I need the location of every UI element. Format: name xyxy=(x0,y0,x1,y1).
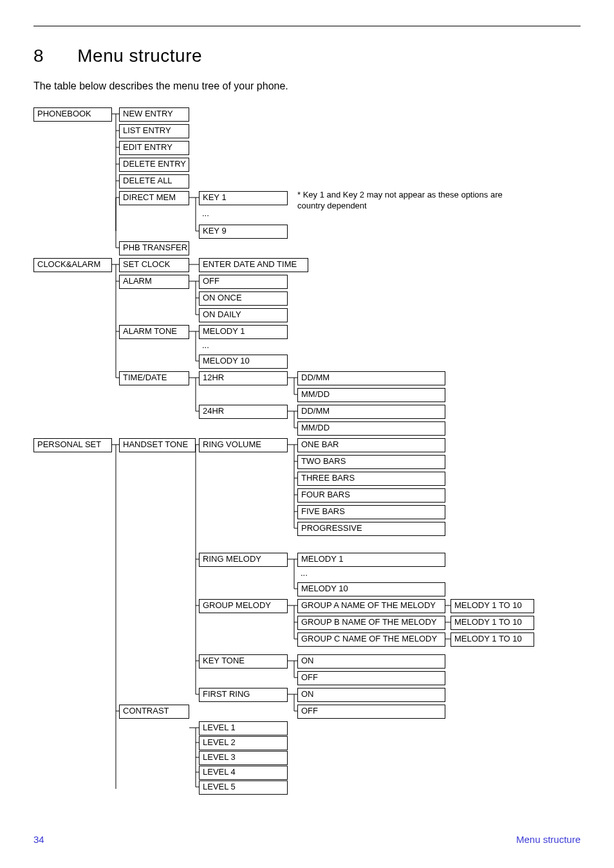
item-rm-melody10: MELODY 10 xyxy=(297,582,445,596)
item-delete-all: DELETE ALL xyxy=(119,174,189,189)
item-list-entry: LIST ENTRY xyxy=(119,124,189,138)
item-key-tone: KEY TONE xyxy=(199,654,288,669)
ellipsis: ... xyxy=(297,568,311,580)
menu-clockalarm: CLOCK&ALARM xyxy=(33,258,112,272)
item-24hr: 24HR xyxy=(199,405,288,419)
item-melody1: MELODY 1 xyxy=(199,325,288,339)
item-range-b: MELODY 1 TO 10 xyxy=(451,616,534,630)
item-new-entry: NEW ENTRY xyxy=(119,107,189,122)
footnote: * Key 1 and Key 2 may not appear as thes… xyxy=(297,189,516,212)
item-delete-entry: DELETE ENTRY xyxy=(119,158,189,172)
section-number: 8 xyxy=(33,46,72,66)
page-number: 34 xyxy=(33,834,44,845)
item-off: OFF xyxy=(199,275,288,289)
item-alarm-tone: ALARM TONE xyxy=(119,325,189,339)
item-level5: LEVEL 5 xyxy=(199,780,288,795)
asterisk-icon: * xyxy=(297,190,301,199)
item-phb-transfer: PHB TRANSFER xyxy=(119,241,189,255)
item-level2: LEVEL 2 xyxy=(199,736,288,750)
item-level1: LEVEL 1 xyxy=(199,721,288,735)
item-kt-on: ON xyxy=(297,654,445,669)
item-one-bar: ONE BAR xyxy=(297,438,445,452)
intro-text: The table below describes the menu tree … xyxy=(33,80,581,92)
item-enter-datetime: ENTER DATE AND TIME xyxy=(199,258,308,272)
item-mmdd-12: MM/DD xyxy=(297,388,445,402)
item-on-once: ON ONCE xyxy=(199,291,288,306)
item-fr-off: OFF xyxy=(297,705,445,719)
menu-personalset: PERSONAL SET xyxy=(33,438,112,452)
item-five-bars: FIVE BARS xyxy=(297,505,445,519)
item-key9: KEY 9 xyxy=(199,225,288,239)
item-alarm: ALARM xyxy=(119,275,189,289)
item-ddmm-24: DD/MM xyxy=(297,405,445,419)
item-melody10: MELODY 10 xyxy=(199,355,288,369)
section-title: Menu structure xyxy=(77,46,202,66)
item-mmdd-24: MM/DD xyxy=(297,421,445,436)
item-fr-on: ON xyxy=(297,688,445,702)
item-key1: KEY 1 xyxy=(199,191,288,205)
item-ddmm-12: DD/MM xyxy=(297,371,445,385)
item-group-melody: GROUP MELODY xyxy=(199,599,288,613)
item-edit-entry: EDIT ENTRY xyxy=(119,141,189,155)
item-ring-melody: RING MELODY xyxy=(199,553,288,567)
page-title-footer: Menu structure xyxy=(516,834,581,845)
item-group-c: GROUP C NAME OF THE MELODY xyxy=(297,633,445,647)
item-range-a: MELODY 1 TO 10 xyxy=(451,599,534,613)
item-handset-tone: HANDSET TONE xyxy=(119,438,196,452)
item-range-c: MELODY 1 TO 10 xyxy=(451,633,534,647)
item-level3: LEVEL 3 xyxy=(199,751,288,765)
item-ring-volume: RING VOLUME xyxy=(199,438,288,452)
ellipsis: ... xyxy=(199,208,212,220)
note-text: Key 1 and Key 2 may not appear as these … xyxy=(297,190,503,211)
item-level4: LEVEL 4 xyxy=(199,766,288,780)
item-three-bars: THREE BARS xyxy=(297,472,445,486)
item-progressive: PROGRESSIVE xyxy=(297,522,445,536)
item-two-bars: TWO BARS xyxy=(297,455,445,469)
item-on-daily: ON DAILY xyxy=(199,308,288,322)
item-rm-melody1: MELODY 1 xyxy=(297,553,445,567)
item-first-ring: FIRST RING xyxy=(199,688,288,702)
item-four-bars: FOUR BARS xyxy=(297,488,445,503)
item-direct-mem: DIRECT MEM xyxy=(119,191,189,205)
item-set-clock: SET CLOCK xyxy=(119,258,189,272)
section-heading: 8 Menu structure xyxy=(33,46,581,66)
item-group-a: GROUP A NAME OF THE MELODY xyxy=(297,599,445,613)
item-time-date: TIME/DATE xyxy=(119,371,189,385)
item-kt-off: OFF xyxy=(297,671,445,685)
item-group-b: GROUP B NAME OF THE MELODY xyxy=(297,616,445,630)
menu-phonebook: PHONEBOOK xyxy=(33,107,112,122)
item-contrast: CONTRAST xyxy=(119,705,189,719)
item-12hr: 12HR xyxy=(199,371,288,385)
ellipsis: ... xyxy=(199,340,212,352)
